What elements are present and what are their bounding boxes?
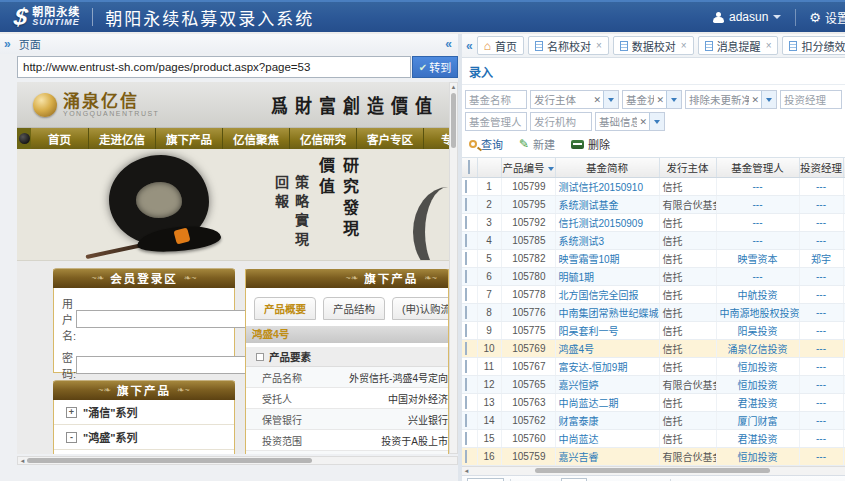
tab-close-icon[interactable]: × [596, 40, 602, 51]
user-menu[interactable]: adasun [713, 10, 781, 24]
site-nav-item[interactable]: 首页 [31, 128, 89, 149]
clear-icon[interactable]: ✕ [654, 95, 666, 105]
col-header-entity[interactable]: 发行主体 [659, 158, 716, 177]
checkbox-icon[interactable] [465, 216, 467, 229]
table-hscroll-thumb[interactable] [535, 468, 770, 473]
clear-icon[interactable]: ✕ [749, 95, 761, 105]
chevron-down-icon[interactable] [761, 91, 776, 108]
fund-name-link[interactable]: 中尚蓝达 [555, 429, 659, 447]
portfolio-manager-link[interactable]: --- [799, 339, 843, 357]
settings-button[interactable]: ⚙ 设置 [795, 9, 845, 26]
table-row[interactable]: 9105775阳昊套利一号信托阳昊投资---北方 [462, 321, 845, 339]
collapse-minus-icon[interactable]: - [66, 432, 77, 443]
filter-combo[interactable]: 发行主体✕ [530, 90, 619, 109]
row-checkbox-cell[interactable] [462, 267, 477, 285]
checkbox-icon[interactable] [465, 198, 467, 211]
tree-item[interactable]: +"涌信"系列 [54, 400, 234, 425]
fund-name-link[interactable]: 富安达-恒加9期 [555, 357, 659, 375]
fund-name-link[interactable]: 中南集团常熟世纪蝶城 [555, 303, 659, 321]
table-row[interactable]: 5105782映雪霜雪10期信托映雪资本郑宇山东 [462, 249, 845, 267]
row-checkbox-cell[interactable] [462, 303, 477, 321]
filter-input[interactable] [780, 90, 842, 109]
fund-name-link[interactable]: 系统测试3 [555, 231, 659, 249]
fund-manager-link[interactable]: 君湛投资 [716, 429, 799, 447]
workspace-tab[interactable]: 扣分绩效统计× [782, 36, 845, 55]
collapse-left-icon[interactable]: « [445, 38, 452, 50]
table-row[interactable]: 11105767富安达-恒加9期信托恒加投资---富安 [462, 357, 845, 375]
row-checkbox-cell[interactable] [462, 393, 477, 411]
create-button[interactable]: ✎ 新建 [519, 136, 555, 152]
row-checkbox-cell[interactable] [462, 249, 477, 267]
row-checkbox-cell[interactable] [462, 195, 477, 213]
username-field[interactable] [76, 310, 255, 328]
fund-name-link[interactable]: 嘉兴恒婷 [555, 375, 659, 393]
chevron-down-icon[interactable] [666, 91, 681, 108]
checkbox-icon[interactable] [465, 270, 467, 283]
fund-name-link[interactable]: 明毓1期 [555, 267, 659, 285]
fund-manager-link[interactable]: --- [716, 177, 799, 195]
portfolio-manager-link[interactable]: --- [799, 285, 843, 303]
chevron-down-icon[interactable] [603, 91, 618, 108]
checkbox-icon[interactable] [465, 324, 467, 337]
table-row[interactable]: 2105795系统测试基金有限合伙基金------瑞毅 [462, 195, 845, 213]
tab-close-icon[interactable]: × [681, 40, 687, 51]
collapse-left-icon[interactable]: « [466, 40, 473, 52]
checkbox-icon[interactable] [465, 180, 467, 193]
row-checkbox-cell[interactable] [462, 429, 477, 447]
portfolio-manager-link[interactable]: --- [799, 429, 843, 447]
portfolio-manager-link[interactable]: --- [799, 231, 843, 249]
tab-close-icon[interactable]: × [766, 40, 772, 51]
fund-manager-link[interactable]: 君湛投资 [716, 393, 799, 411]
filter-input[interactable] [465, 90, 527, 109]
row-checkbox-cell[interactable] [462, 177, 477, 195]
scroll-left-icon[interactable]: ◄ [18, 458, 27, 464]
product-detail-tab[interactable]: 产品概要 [254, 297, 316, 320]
fund-manager-link[interactable]: 中南源地股权投资 [716, 303, 799, 321]
fund-name-link[interactable]: 北方国信完全回报 [555, 285, 659, 303]
portfolio-manager-link[interactable]: --- [799, 303, 843, 321]
site-nav-item[interactable]: 专业 [424, 128, 449, 149]
table-row[interactable]: 14105762财富泰康信托厦门财富---厦门 [462, 411, 845, 429]
product-detail-tab[interactable]: (申)认购流程 [392, 297, 449, 320]
fund-name-link[interactable]: 阳昊套利一号 [555, 321, 659, 339]
filter-combo[interactable]: 排除未更新净值基金✕ [685, 90, 777, 109]
tree-item[interactable]: +鸿盛1号 [54, 450, 234, 454]
row-checkbox-cell[interactable] [462, 375, 477, 393]
fund-name-link[interactable]: 嘉兴吉睿 [555, 447, 659, 465]
portfolio-manager-link[interactable]: --- [799, 375, 843, 393]
row-checkbox-cell[interactable] [462, 213, 477, 231]
fund-manager-link[interactable]: 恒加投资 [716, 357, 799, 375]
portfolio-manager-link[interactable]: --- [799, 357, 843, 375]
portfolio-manager-link[interactable]: --- [799, 393, 843, 411]
fund-name-link[interactable]: 鸿盛4号 [555, 339, 659, 357]
fund-manager-link[interactable]: 映雪资本 [716, 249, 799, 267]
row-checkbox-cell[interactable] [462, 321, 477, 339]
workspace-tab[interactable]: 名称校对× [528, 36, 609, 55]
select-all-header[interactable] [462, 158, 477, 177]
site-nav-item[interactable]: 旗下产品 [156, 128, 223, 149]
checkbox-icon[interactable] [465, 360, 467, 373]
col-header-manager[interactable]: 基金管理人 [716, 158, 799, 177]
checkbox-icon[interactable] [465, 342, 467, 355]
site-nav-item[interactable]: 亿信研究 [290, 128, 357, 149]
filter-combo[interactable]: 基础信息待补✕ [595, 112, 665, 131]
table-row[interactable]: 1105799测试信托20150910信托--------- [462, 177, 845, 195]
fund-name-link[interactable]: 系统测试基金 [555, 195, 659, 213]
expand-plus-icon[interactable]: + [66, 407, 77, 418]
fund-manager-link[interactable]: 中航投资 [716, 285, 799, 303]
fund-manager-link[interactable]: --- [716, 213, 799, 231]
row-checkbox-cell[interactable] [462, 231, 477, 249]
portfolio-manager-link[interactable]: --- [799, 213, 843, 231]
fund-manager-link[interactable]: 阳昊投资 [716, 321, 799, 339]
fund-manager-link[interactable]: 恒加投资 [716, 447, 799, 465]
table-row[interactable]: 10105769鸿盛4号信托涌泉亿信投资---外贸 [462, 339, 845, 357]
filter-combo[interactable]: 基金状态✕ [622, 90, 682, 109]
fund-name-link[interactable]: 映雪霜雪10期 [555, 249, 659, 267]
portfolio-manager-link[interactable]: --- [799, 411, 843, 429]
table-row[interactable]: 8105776中南集团常熟世纪蝶城信托中南源地股权投资---爱建 [462, 303, 845, 321]
checkbox-icon[interactable] [465, 252, 467, 265]
delete-button[interactable]: 删除 [571, 136, 610, 152]
portfolio-manager-link[interactable]: --- [799, 195, 843, 213]
filter-input[interactable] [530, 112, 592, 131]
fund-name-link[interactable]: 财富泰康 [555, 411, 659, 429]
